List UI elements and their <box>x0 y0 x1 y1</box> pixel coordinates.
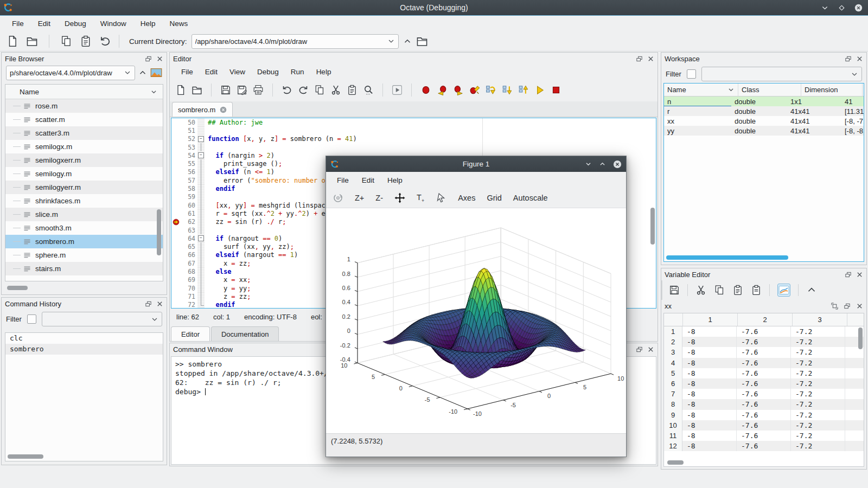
maximize-icon[interactable] <box>599 160 606 168</box>
file-item-slice-m[interactable]: slice.m <box>5 208 163 221</box>
show-home-icon[interactable] <box>150 67 162 79</box>
breakpoint-margin[interactable] <box>171 209 181 217</box>
paste-icon[interactable] <box>80 35 92 47</box>
dock-tab-documentation[interactable]: Documentation <box>211 326 279 341</box>
close-icon[interactable] <box>613 160 622 169</box>
zoom-in-tool[interactable]: Z+ <box>355 194 364 202</box>
undo-icon[interactable] <box>282 85 292 95</box>
open-folder-icon[interactable] <box>26 35 38 47</box>
workspace-column-value[interactable]: Value <box>863 84 864 96</box>
grid-row-11[interactable]: 11-8-7.6-7.2 <box>664 431 864 441</box>
grid-cell[interactable]: -7.6 <box>737 399 791 409</box>
axes-tool[interactable]: Axes <box>458 194 475 202</box>
breakpoint-margin[interactable] <box>171 276 181 284</box>
grid-cell[interactable]: -7.2 <box>791 420 845 431</box>
browse-directory-icon[interactable] <box>416 35 428 47</box>
grid-row-8[interactable]: 8-8-7.6-7.2 <box>664 399 864 409</box>
collapse-up-icon[interactable] <box>806 285 817 296</box>
minimize-icon[interactable] <box>585 160 592 168</box>
undock-icon[interactable] <box>145 55 152 62</box>
grid-cell[interactable]: -8 <box>682 441 737 451</box>
editor-menu-run[interactable]: Run <box>285 66 310 78</box>
undock-icon[interactable] <box>636 346 643 353</box>
history-hscrollbar[interactable] <box>8 454 43 459</box>
fit-view-icon[interactable] <box>831 303 838 310</box>
select-tool-icon[interactable] <box>436 192 446 203</box>
fold-margin[interactable] <box>197 159 205 168</box>
fold-margin[interactable] <box>197 276 205 284</box>
grid-cell[interactable]: -8 <box>682 358 737 368</box>
breakpoint-margin[interactable] <box>171 135 181 143</box>
cut-icon[interactable] <box>330 85 341 95</box>
workspace-row-yy[interactable]: yydouble41x41[-8, -8, - <box>664 126 864 136</box>
undock-icon[interactable] <box>845 55 852 62</box>
close-panel-icon[interactable] <box>647 55 654 62</box>
fold-margin[interactable] <box>197 176 205 184</box>
grid-row-12[interactable]: 12-8-7.6-7.2 <box>664 441 864 451</box>
breakpoint-margin[interactable] <box>171 151 181 159</box>
save-as-icon[interactable] <box>237 85 247 95</box>
fold-margin[interactable] <box>197 226 205 234</box>
grid-row-2[interactable]: 2-8-7.6-7.2 <box>664 337 864 347</box>
undo-icon[interactable] <box>99 35 111 47</box>
breakpoint-margin[interactable] <box>171 176 181 184</box>
file-browser-path-combobox[interactable]: p/share/octave/4.4.0/m/plot/draw <box>6 66 135 80</box>
fold-margin[interactable] <box>197 126 205 134</box>
breakpoint-margin[interactable] <box>171 201 181 209</box>
breakpoint-margin[interactable] <box>171 143 181 151</box>
workspace-filter-combobox[interactable] <box>701 67 862 81</box>
save-icon[interactable] <box>220 85 231 95</box>
fold-margin[interactable] <box>197 267 205 275</box>
undock-icon[interactable] <box>636 55 643 62</box>
file-item-rose-m[interactable]: rose.m <box>5 99 163 113</box>
breakpoint-margin[interactable] <box>171 118 181 126</box>
undock-icon[interactable] <box>145 300 152 307</box>
grid-cell[interactable]: -7.6 <box>737 326 791 337</box>
file-item-semilogx-m[interactable]: semilogx.m <box>5 140 163 153</box>
file-item-stairs-m[interactable]: stairs.m <box>5 262 163 275</box>
fold-margin[interactable] <box>197 251 205 259</box>
editor-tab-sombrero[interactable]: sombrero.m <box>172 102 233 117</box>
grid-cell[interactable]: -7.6 <box>737 441 791 451</box>
grid-cell[interactable]: -7.2 <box>791 389 845 399</box>
grid-column-1[interactable]: 1 <box>683 313 738 326</box>
fold-margin[interactable] <box>197 292 205 300</box>
file-item-sombrero-m[interactable]: sombrero.m <box>5 235 163 248</box>
fold-margin[interactable] <box>197 242 205 251</box>
grid-cell[interactable]: -7.6 <box>737 431 791 441</box>
grid-row-9[interactable]: 9-8-7.6-7.2 <box>664 410 864 420</box>
folder-up-icon[interactable] <box>138 68 147 77</box>
grid-cell[interactable]: -8 <box>682 347 737 357</box>
grid-cell[interactable]: -7.6 <box>737 389 791 399</box>
breakpoint-margin[interactable] <box>171 218 181 226</box>
undock-icon[interactable] <box>845 271 852 278</box>
plot-variable-icon[interactable] <box>777 284 790 297</box>
step-in-icon[interactable] <box>502 85 513 95</box>
grid-row-4[interactable]: 4-8-7.6-7.2 <box>664 358 864 368</box>
workspace-row-n[interactable]: ndouble1x141 <box>664 97 864 106</box>
copy-icon[interactable] <box>60 35 72 47</box>
breakpoint-next-icon[interactable] <box>453 85 464 95</box>
copy-icon[interactable] <box>714 285 725 296</box>
breakpoints-clear-icon[interactable] <box>469 85 480 95</box>
workspace-hscrollbar[interactable] <box>666 255 788 260</box>
close-panel-icon[interactable] <box>156 300 163 307</box>
fold-margin[interactable] <box>197 143 205 151</box>
maximize-icon[interactable] <box>838 4 846 12</box>
combo-arrow-icon[interactable] <box>124 69 131 76</box>
workspace-filter-checkbox[interactable] <box>687 69 696 79</box>
current-directory-combobox[interactable]: /app/share/octave/4.4.0/m/plot/draw <box>192 34 399 49</box>
new-script-icon[interactable] <box>175 85 186 95</box>
variable-grid[interactable]: 123 1-8-7.6-7.22-8-7.6-7.23-8-7.6-7.24-8… <box>663 313 864 467</box>
figure-plot-canvas[interactable]: -10-50510-10-50510-0.4-0.200.20.40.60.81 <box>326 208 626 433</box>
grid-cell[interactable]: -8 <box>682 420 737 431</box>
grid-cell[interactable]: -7.6 <box>737 337 791 347</box>
workspace-column-name[interactable]: Name <box>664 84 738 96</box>
new-script-icon[interactable] <box>7 35 18 47</box>
grid-column-3[interactable]: 3 <box>793 313 847 326</box>
grid-cell[interactable]: -7.2 <box>791 368 845 378</box>
fold-collapse-icon[interactable]: − <box>198 152 204 158</box>
autoscale-tool[interactable]: Autoscale <box>513 194 548 202</box>
file-item-smooth3-m[interactable]: smooth3.m <box>5 221 163 235</box>
menu-file[interactable]: File <box>5 17 30 30</box>
